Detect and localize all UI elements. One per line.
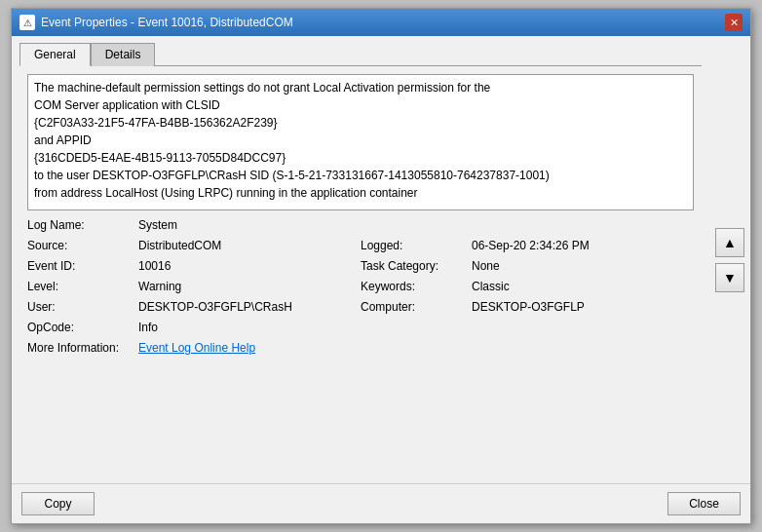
event-properties-dialog: ⚠ Event Properties - Event 10016, Distri… bbox=[11, 8, 751, 524]
moreinfo-label: More Information: bbox=[27, 341, 134, 355]
main-content: General Details The machine-default perm… bbox=[12, 36, 709, 483]
level-value: Warning bbox=[138, 280, 181, 293]
dialog-footer: Copy Close bbox=[12, 483, 750, 523]
scroll-down-button[interactable]: ▼ bbox=[715, 263, 744, 292]
prop-row-user: User: DESKTOP-O3FGFLP\CRasH bbox=[27, 300, 361, 318]
eventid-label: Event ID: bbox=[27, 259, 134, 273]
message-line-7: from address LocalHost (Using LRPC) runn… bbox=[34, 186, 418, 200]
opcode-label: OpCode: bbox=[27, 321, 134, 334]
event-message-box[interactable]: The machine-default permission settings … bbox=[27, 74, 694, 210]
taskcategory-label: Task Category: bbox=[361, 259, 468, 273]
dialog-title: Event Properties - Event 10016, Distribu… bbox=[41, 16, 293, 29]
source-value: DistributedCOM bbox=[138, 239, 221, 252]
logged-label: Logged: bbox=[361, 239, 468, 252]
keywords-label: Keywords: bbox=[361, 280, 468, 293]
keywords-value: Classic bbox=[472, 280, 510, 293]
side-nav-buttons: ▲ ▼ bbox=[709, 36, 750, 483]
source-label: Source: bbox=[27, 239, 134, 252]
properties-area: Log Name: System Source: DistributedCOM … bbox=[19, 210, 702, 475]
message-line-5: {316CDED5-E4AE-4B15-9113-7055D84DCC97} bbox=[34, 151, 286, 165]
prop-row-keywords: Keywords: Classic bbox=[361, 280, 694, 297]
log-name-value: System bbox=[138, 218, 177, 232]
user-label: User: bbox=[27, 300, 134, 314]
prop-row-opcode: OpCode: Info bbox=[27, 321, 694, 338]
user-value: DESKTOP-O3FGFLP\CRasH bbox=[138, 300, 292, 314]
prop-row-source: Source: DistributedCOM bbox=[27, 239, 361, 256]
title-bar: ⚠ Event Properties - Event 10016, Distri… bbox=[12, 9, 750, 36]
log-name-label: Log Name: bbox=[27, 218, 134, 232]
message-line-1: The machine-default permission settings … bbox=[34, 81, 490, 95]
prop-row-moreinfo: More Information: Event Log Online Help bbox=[27, 341, 694, 359]
tab-details[interactable]: Details bbox=[91, 43, 156, 66]
close-title-button[interactable]: ✕ bbox=[725, 14, 743, 31]
prop-row-logged: Logged: 06-Sep-20 2:34:26 PM bbox=[361, 239, 694, 256]
level-label: Level: bbox=[27, 280, 134, 293]
dialog-body: General Details The machine-default perm… bbox=[12, 36, 750, 483]
prop-row-taskcategory: Task Category: None bbox=[361, 259, 694, 277]
taskcategory-value: None bbox=[472, 259, 500, 273]
tabs-container: General Details bbox=[19, 42, 702, 66]
prop-row-eventid: Event ID: 10016 bbox=[27, 259, 361, 277]
opcode-value: Info bbox=[138, 321, 158, 334]
scroll-up-button[interactable]: ▲ bbox=[715, 228, 744, 257]
title-bar-left: ⚠ Event Properties - Event 10016, Distri… bbox=[19, 15, 293, 30]
message-line-3: {C2F03A33-21F5-47FA-B4BB-156362A2F239} bbox=[34, 116, 278, 130]
message-line-4: and APPID bbox=[34, 133, 92, 147]
tab-general[interactable]: General bbox=[19, 43, 91, 66]
copy-button[interactable]: Copy bbox=[21, 492, 95, 515]
computer-value: DESKTOP-O3FGFLP bbox=[472, 300, 585, 314]
prop-row-level: Level: Warning bbox=[27, 280, 361, 297]
close-button[interactable]: Close bbox=[667, 492, 741, 515]
prop-row-logname: Log Name: System bbox=[27, 218, 694, 236]
logged-value: 06-Sep-20 2:34:26 PM bbox=[472, 239, 590, 252]
eventid-value: 10016 bbox=[138, 259, 171, 273]
message-line-2: COM Server application with CLSID bbox=[34, 98, 220, 112]
message-line-6: to the user DESKTOP-O3FGFLP\CRasH SID (S… bbox=[34, 169, 550, 182]
computer-label: Computer: bbox=[361, 300, 468, 314]
event-icon: ⚠ bbox=[19, 15, 35, 30]
event-log-online-help-link[interactable]: Event Log Online Help bbox=[138, 341, 255, 355]
prop-row-computer: Computer: DESKTOP-O3FGFLP bbox=[361, 300, 694, 318]
